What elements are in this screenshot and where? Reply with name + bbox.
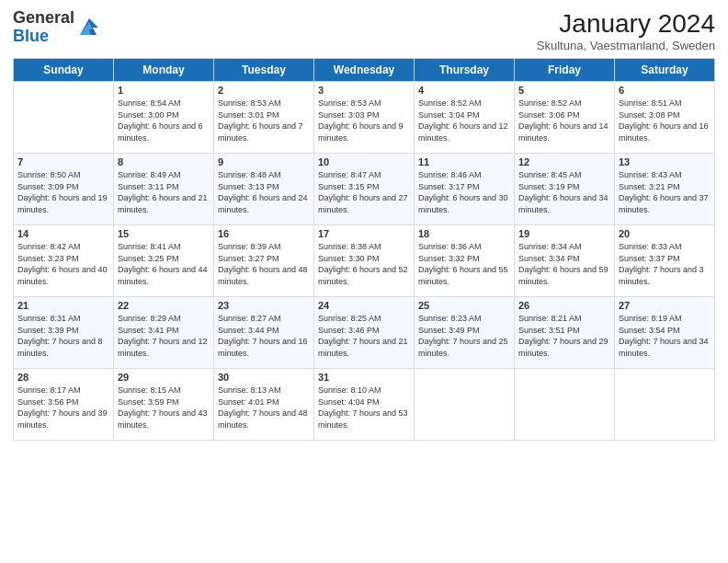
day-number: 8 (118, 156, 210, 167)
calendar-cell: 31Sunrise: 8:10 AMSunset: 4:04 PMDayligh… (314, 369, 415, 441)
day-info: Sunrise: 8:19 AMSunset: 3:54 PMDaylight:… (619, 313, 711, 359)
page-container: General Blue January 2024 Skultuna, Vaes… (0, 0, 728, 450)
calendar-cell: 8Sunrise: 8:49 AMSunset: 3:11 PMDaylight… (114, 154, 214, 225)
day-info: Sunrise: 8:38 AMSunset: 3:30 PMDaylight:… (318, 241, 410, 287)
calendar-cell: 23Sunrise: 8:27 AMSunset: 3:44 PMDayligh… (214, 297, 314, 369)
day-number: 20 (619, 228, 711, 239)
day-number: 4 (418, 85, 510, 96)
weekday-header-friday: Friday (515, 59, 615, 82)
day-number: 11 (418, 156, 510, 167)
day-number: 12 (518, 156, 610, 167)
calendar-cell: 27Sunrise: 8:19 AMSunset: 3:54 PMDayligh… (615, 297, 715, 369)
calendar-cell: 7Sunrise: 8:50 AMSunset: 3:09 PMDaylight… (14, 154, 114, 225)
calendar-cell: 22Sunrise: 8:29 AMSunset: 3:41 PMDayligh… (114, 297, 214, 369)
calendar-cell: 26Sunrise: 8:21 AMSunset: 3:51 PMDayligh… (515, 297, 615, 369)
calendar-cell (615, 369, 715, 441)
calendar-cell: 12Sunrise: 8:45 AMSunset: 3:19 PMDayligh… (515, 154, 615, 225)
calendar-cell: 3Sunrise: 8:53 AMSunset: 3:03 PMDaylight… (314, 82, 415, 154)
title-block: January 2024 Skultuna, Vaestmanland, Swe… (537, 9, 715, 52)
day-number: 7 (17, 156, 109, 167)
day-info: Sunrise: 8:42 AMSunset: 3:23 PMDaylight:… (17, 241, 109, 287)
logo-icon (76, 15, 102, 40)
day-info: Sunrise: 8:43 AMSunset: 3:21 PMDaylight:… (619, 169, 711, 215)
day-info: Sunrise: 8:39 AMSunset: 3:27 PMDaylight:… (218, 241, 310, 287)
day-info: Sunrise: 8:54 AMSunset: 3:00 PMDaylight:… (118, 98, 210, 144)
day-info: Sunrise: 8:25 AMSunset: 3:46 PMDaylight:… (318, 313, 410, 359)
calendar-cell: 25Sunrise: 8:23 AMSunset: 3:49 PMDayligh… (415, 297, 515, 369)
calendar-cell: 15Sunrise: 8:41 AMSunset: 3:25 PMDayligh… (114, 225, 214, 297)
day-number: 31 (318, 372, 410, 383)
calendar-cell: 13Sunrise: 8:43 AMSunset: 3:21 PMDayligh… (615, 154, 715, 225)
day-info: Sunrise: 8:21 AMSunset: 3:51 PMDaylight:… (518, 313, 610, 359)
calendar-cell: 10Sunrise: 8:47 AMSunset: 3:15 PMDayligh… (314, 154, 415, 225)
month-title: January 2024 (537, 9, 715, 39)
week-row-1: 1Sunrise: 8:54 AMSunset: 3:00 PMDaylight… (14, 82, 715, 154)
weekday-header-wednesday: Wednesday (314, 59, 415, 82)
day-info: Sunrise: 8:50 AMSunset: 3:09 PMDaylight:… (17, 169, 109, 215)
calendar-cell: 1Sunrise: 8:54 AMSunset: 3:00 PMDaylight… (114, 82, 214, 154)
calendar-cell: 19Sunrise: 8:34 AMSunset: 3:34 PMDayligh… (515, 225, 615, 297)
day-number: 19 (518, 228, 610, 239)
calendar-cell: 21Sunrise: 8:31 AMSunset: 3:39 PMDayligh… (14, 297, 114, 369)
day-info: Sunrise: 8:15 AMSunset: 3:59 PMDaylight:… (118, 385, 210, 431)
day-info: Sunrise: 8:23 AMSunset: 3:49 PMDaylight:… (418, 313, 510, 359)
calendar-cell (415, 369, 515, 441)
day-number: 3 (318, 85, 410, 96)
day-number: 30 (218, 372, 310, 383)
calendar-cell: 5Sunrise: 8:52 AMSunset: 3:06 PMDaylight… (515, 82, 615, 154)
day-number: 6 (619, 85, 711, 96)
weekday-header-thursday: Thursday (415, 59, 515, 82)
calendar-cell: 16Sunrise: 8:39 AMSunset: 3:27 PMDayligh… (214, 225, 314, 297)
day-number: 10 (318, 156, 410, 167)
logo-blue: Blue (13, 27, 49, 45)
day-number: 2 (218, 85, 310, 96)
day-info: Sunrise: 8:52 AMSunset: 3:04 PMDaylight:… (418, 98, 510, 144)
day-info: Sunrise: 8:27 AMSunset: 3:44 PMDaylight:… (218, 313, 310, 359)
calendar-cell: 17Sunrise: 8:38 AMSunset: 3:30 PMDayligh… (314, 225, 415, 297)
day-number: 23 (218, 300, 310, 311)
day-info: Sunrise: 8:53 AMSunset: 3:03 PMDaylight:… (318, 98, 410, 144)
day-info: Sunrise: 8:45 AMSunset: 3:19 PMDaylight:… (518, 169, 610, 215)
week-row-5: 28Sunrise: 8:17 AMSunset: 3:56 PMDayligh… (14, 369, 715, 441)
day-info: Sunrise: 8:36 AMSunset: 3:32 PMDaylight:… (418, 241, 510, 287)
day-info: Sunrise: 8:46 AMSunset: 3:17 PMDaylight:… (418, 169, 510, 215)
header: General Blue January 2024 Skultuna, Vaes… (13, 9, 715, 52)
day-number: 27 (619, 300, 711, 311)
calendar-table: SundayMondayTuesdayWednesdayThursdayFrid… (13, 58, 715, 441)
day-info: Sunrise: 8:33 AMSunset: 3:37 PMDaylight:… (619, 241, 711, 287)
day-number: 18 (418, 228, 510, 239)
day-info: Sunrise: 8:29 AMSunset: 3:41 PMDaylight:… (118, 313, 210, 359)
weekday-header-row: SundayMondayTuesdayWednesdayThursdayFrid… (14, 59, 715, 82)
weekday-header-sunday: Sunday (14, 59, 114, 82)
calendar-cell: 18Sunrise: 8:36 AMSunset: 3:32 PMDayligh… (415, 225, 515, 297)
weekday-header-monday: Monday (114, 59, 214, 82)
calendar-cell: 2Sunrise: 8:53 AMSunset: 3:01 PMDaylight… (214, 82, 314, 154)
day-number: 17 (318, 228, 410, 239)
day-info: Sunrise: 8:34 AMSunset: 3:34 PMDaylight:… (518, 241, 610, 287)
day-number: 21 (17, 300, 109, 311)
day-info: Sunrise: 8:17 AMSunset: 3:56 PMDaylight:… (17, 385, 109, 431)
day-number: 14 (17, 228, 109, 239)
logo-general: General (13, 8, 74, 27)
week-row-4: 21Sunrise: 8:31 AMSunset: 3:39 PMDayligh… (14, 297, 715, 369)
day-number: 22 (118, 300, 210, 311)
weekday-header-saturday: Saturday (615, 59, 715, 82)
day-info: Sunrise: 8:51 AMSunset: 3:08 PMDaylight:… (619, 98, 711, 144)
calendar-cell: 30Sunrise: 8:13 AMSunset: 4:01 PMDayligh… (214, 369, 314, 441)
calendar-cell: 6Sunrise: 8:51 AMSunset: 3:08 PMDaylight… (615, 82, 715, 154)
day-info: Sunrise: 8:53 AMSunset: 3:01 PMDaylight:… (218, 98, 310, 144)
day-number: 24 (318, 300, 410, 311)
day-info: Sunrise: 8:10 AMSunset: 4:04 PMDaylight:… (318, 385, 410, 431)
day-info: Sunrise: 8:47 AMSunset: 3:15 PMDaylight:… (318, 169, 410, 215)
calendar-cell: 14Sunrise: 8:42 AMSunset: 3:23 PMDayligh… (14, 225, 114, 297)
day-number: 29 (118, 372, 210, 383)
calendar-cell: 20Sunrise: 8:33 AMSunset: 3:37 PMDayligh… (615, 225, 715, 297)
day-number: 9 (218, 156, 310, 167)
day-info: Sunrise: 8:52 AMSunset: 3:06 PMDaylight:… (518, 98, 610, 144)
logo: General Blue (13, 9, 102, 46)
calendar-cell (14, 82, 114, 154)
day-number: 13 (619, 156, 711, 167)
week-row-3: 14Sunrise: 8:42 AMSunset: 3:23 PMDayligh… (14, 225, 715, 297)
calendar-cell: 9Sunrise: 8:48 AMSunset: 3:13 PMDaylight… (214, 154, 314, 225)
day-number: 15 (118, 228, 210, 239)
